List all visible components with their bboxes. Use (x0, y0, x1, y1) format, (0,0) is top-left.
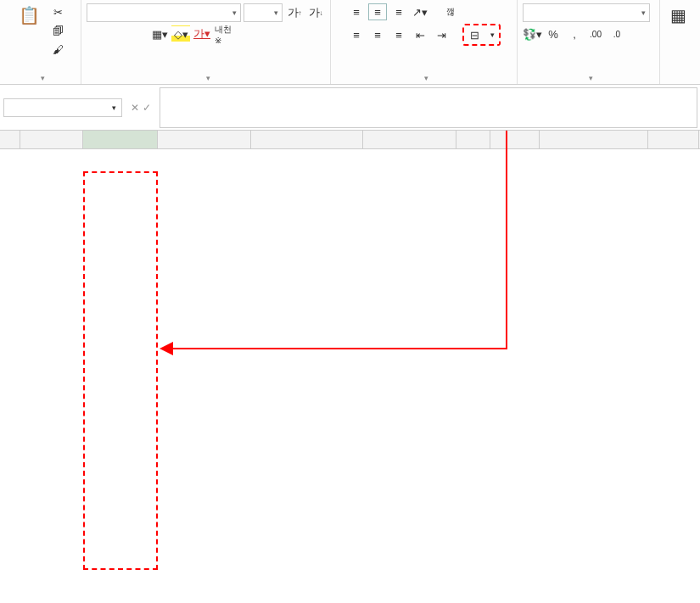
italic-button[interactable] (108, 25, 126, 42)
orientation-button[interactable]: ↗▾ (411, 3, 429, 20)
col-header[interactable] (158, 131, 251, 148)
chevron-down-icon: ▾ (112, 103, 116, 112)
col-header[interactable] (20, 131, 83, 148)
merge-center-highlight: ⊟ ▾ (462, 24, 501, 46)
col-header[interactable] (456, 131, 490, 148)
group-alignment: ≡ ≡ ≡ ↗▾ 깮 ≡ ≡ ≡ ⇤ ⇥ ⊟ ▾ ▾ (331, 0, 518, 84)
col-header[interactable] (648, 131, 699, 148)
accounting-button[interactable]: 💱▾ (523, 25, 541, 42)
font-size-select[interactable]: ▾ (244, 3, 283, 22)
merge-center-button[interactable]: ⊟ (465, 26, 484, 43)
align-center-button[interactable]: ≡ (368, 26, 387, 43)
copy-button[interactable]: 🗐 (48, 22, 67, 39)
callout-line-horizontal (171, 348, 507, 349)
merge-dropdown-button[interactable]: ▾ (486, 26, 498, 43)
underline-button[interactable] (129, 25, 148, 42)
align-bottom-button[interactable]: ≡ (389, 3, 408, 20)
conditional-format-button[interactable]: ▦ (665, 3, 692, 29)
increase-font-button[interactable]: 가↑ (285, 4, 304, 21)
cancel-formula-button[interactable]: ✕ (131, 102, 139, 114)
ribbon: 📋 ✂ 🗐 🖌 ▾ ▾ ▾ 가↑ 가↓ ▦▾ ◇▾ (0, 0, 700, 85)
col-header[interactable] (490, 131, 540, 148)
formula-input[interactable] (160, 87, 697, 128)
formula-bar: ▾ ✕ ✓ (0, 85, 700, 131)
align-left-button[interactable]: ≡ (347, 26, 366, 43)
col-header[interactable] (83, 131, 158, 148)
bold-button[interactable] (87, 25, 105, 42)
group-font: ▾ ▾ 가↑ 가↓ ▦▾ ◇▾ 가▾ 내천※ ▾ (81, 0, 331, 84)
col-header[interactable] (363, 131, 456, 148)
wrap-text-button[interactable]: 깮 (441, 3, 460, 20)
selection-highlight-overlay (83, 171, 158, 570)
increase-indent-button[interactable]: ⇥ (432, 26, 451, 43)
chevron-down-icon: ▾ (274, 8, 278, 17)
dialog-launcher-icon[interactable]: ▾ (41, 74, 45, 82)
fill-color-button[interactable]: ◇▾ (171, 25, 190, 42)
callout-line-vertical (506, 131, 507, 349)
number-format-select[interactable]: ▾ (523, 3, 650, 22)
col-header[interactable] (251, 131, 363, 148)
group-styles: ▦ (660, 0, 696, 84)
spreadsheet-grid (0, 131, 700, 149)
dialog-launcher-icon[interactable]: ▾ (589, 74, 593, 82)
dialog-launcher-icon[interactable]: ▾ (424, 74, 428, 82)
chevron-down-icon: ▾ (232, 8, 237, 17)
group-clipboard: 📋 ✂ 🗐 🖌 ▾ (0, 0, 81, 84)
comma-button[interactable]: , (565, 25, 584, 42)
align-right-button[interactable]: ≡ (389, 26, 408, 43)
phonetic-button[interactable]: 내천※ (214, 25, 232, 42)
cut-button[interactable]: ✂ (48, 3, 67, 20)
accept-formula-button[interactable]: ✓ (143, 102, 151, 114)
font-family-select[interactable]: ▾ (87, 3, 241, 22)
increase-decimal-button[interactable]: .00 (586, 25, 605, 42)
paste-button[interactable]: 📋 (14, 3, 45, 29)
align-middle-button[interactable]: ≡ (368, 3, 387, 20)
arrow-left-icon (160, 342, 173, 355)
align-top-button[interactable]: ≡ (347, 3, 366, 20)
select-all-corner[interactable] (0, 131, 20, 148)
group-number: ▾ 💱▾ % , .00 .0 ▾ (518, 0, 660, 84)
grid-icon: ▦ (670, 5, 686, 25)
percent-button[interactable]: % (544, 25, 563, 42)
name-box[interactable]: ▾ (3, 98, 122, 117)
decrease-decimal-button[interactable]: .0 (608, 25, 626, 42)
font-color-button[interactable]: 가▾ (193, 25, 211, 42)
chevron-down-icon: ▾ (641, 8, 646, 17)
decrease-indent-button[interactable]: ⇤ (411, 26, 429, 43)
border-button[interactable]: ▦▾ (150, 25, 169, 42)
clipboard-icon: 📋 (19, 5, 40, 25)
decrease-font-button[interactable]: 가↓ (306, 4, 325, 21)
format-painter-button[interactable]: 🖌 (48, 41, 67, 58)
column-headers (0, 131, 700, 149)
col-header[interactable] (540, 131, 648, 148)
dialog-launcher-icon[interactable]: ▾ (206, 74, 210, 82)
